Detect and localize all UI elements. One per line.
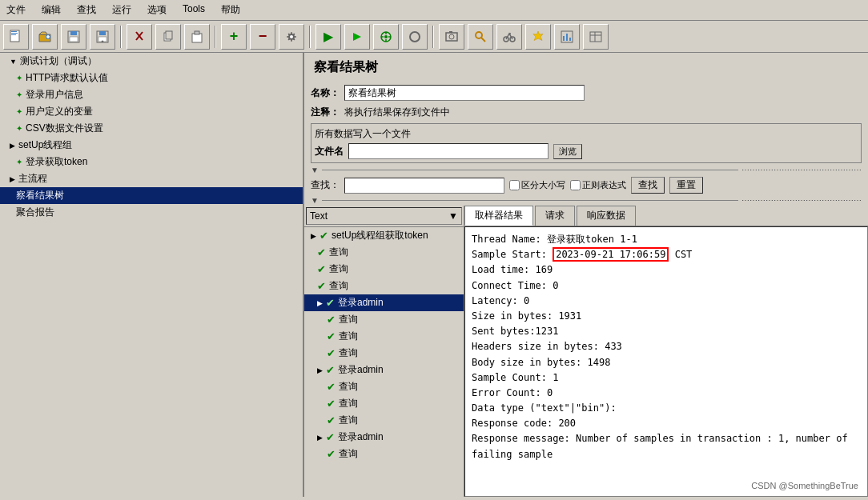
tree-item-user-vars[interactable]: ✦ 用户定义的变量 [0,103,303,120]
tree-item-setup[interactable]: ▶ setUp线程组 [0,137,303,154]
case-checkbox[interactable] [509,180,520,190]
menu-run[interactable]: 运行 [109,2,135,18]
load-time-row: Load time: 169 [472,262,861,278]
tree-item-login-info[interactable]: ✦ 登录用户信息 [0,86,303,103]
collapse-row: ▼ ⋯⋯⋯⋯⋯⋯⋯⋯⋯⋯⋯⋯⋯⋯⋯ [304,165,868,175]
tab-response-data[interactable]: 响应数据 [577,206,636,226]
svg-rect-16 [192,34,202,42]
menu-tools[interactable]: Tools [179,2,208,18]
tree-item-get-token[interactable]: ✦ 登录获取token [0,154,303,170]
sample-item-setup-token[interactable]: ▶ ✔ setUp线程组获取token [304,227,464,244]
bottom-area: Text ▼ ▶ ✔ setUp线程组获取token ✔ 查询 ✔ 查询 [304,206,868,497]
toolbar-paste[interactable] [184,24,210,50]
toolbar-open[interactable] [32,24,58,50]
svg-rect-0 [10,30,19,42]
response-msg-row: Response message: Number of samples in t… [472,431,861,462]
tree-item-result-tree[interactable]: 察看结果树 [0,187,303,204]
toolbar-light[interactable] [525,24,551,50]
tree-item-csv[interactable]: ✦ CSV数据文件设置 [0,120,303,137]
check-icon: ✦ [16,158,22,166]
menu-options[interactable]: 选项 [144,2,170,18]
collapse-arrow2[interactable]: ▼ [311,196,319,205]
tree-item-mainflow[interactable]: ▶ 主流程 [0,170,303,187]
toolbar-config[interactable] [279,24,304,50]
toolbar-save[interactable] [61,24,86,50]
tree-item-aggregate[interactable]: 聚合报告 [0,204,303,221]
toolbar-circle[interactable] [402,24,428,50]
sample-item-query5[interactable]: ✔ 查询 [304,328,464,345]
toolbar-cut[interactable] [127,24,152,50]
expand-icon: ▶ [10,142,15,150]
tree-item-http[interactable]: ✦ HTTP请求默认认值 [0,70,303,86]
menu-help[interactable]: 帮助 [218,2,243,18]
thread-name-row: Thread Name: 登录获取token 1-1 [472,232,861,247]
sample-item-query9[interactable]: ✔ 查询 [304,412,464,429]
browse-button[interactable]: 浏览 [553,144,582,159]
sample-item-login2[interactable]: ▶ ✔ 登录admin [304,362,464,378]
text-dropdown[interactable]: Text ▼ [306,207,462,225]
svg-rect-38 [566,34,568,41]
expand-icon: ▶ [311,232,316,240]
sample-item-query10[interactable]: ✔ 查询 [304,446,464,462]
find-button[interactable]: 查找 [631,177,665,194]
tab-request[interactable]: 请求 [535,206,575,226]
menu-edit[interactable]: 编辑 [38,2,64,18]
latency-label: Latency: [472,295,524,306]
sample-item-query1[interactable]: ✔ 查询 [304,244,464,261]
tab-sampler-result[interactable]: 取样器结果 [464,206,533,226]
regex-checkbox[interactable] [570,180,581,190]
menu-file[interactable]: 文件 [3,2,29,18]
sample-label: 查询 [339,447,358,461]
response-code-row: Response code: 200 [472,416,861,431]
sample-start-value: 2023-09-21 17:06:59 [553,247,669,262]
toolbar-remove[interactable]: − [250,24,275,50]
toolbar-new[interactable] [3,24,29,50]
sample-item-query4[interactable]: ✔ 查询 [304,311,464,328]
response-code-value: 200 [558,418,576,429]
toolbar: + + − ▶ [0,21,868,53]
check-icon: ✦ [16,124,22,133]
menu-find[interactable]: 查找 [74,2,99,18]
sample-item-login3[interactable]: ▶ ✔ 登录admin [304,429,464,446]
collapse-arrow[interactable]: ▼ [311,166,319,174]
check-icon: ✦ [16,90,22,99]
green-check-icon: ✔ [327,347,336,359]
sample-item-query3[interactable]: ✔ 查询 [304,278,464,294]
search-label: 查找： [311,178,340,192]
headers-size-label: Headers size in bytes: [472,341,605,352]
toolbar-sep2 [215,26,216,48]
sample-item-query8[interactable]: ✔ 查询 [304,395,464,412]
sample-item-query7[interactable]: ✔ 查询 [304,378,464,395]
toolbar-target[interactable] [373,24,399,50]
case-checkbox-label[interactable]: 区分大小写 [509,179,565,191]
menubar: 文件 编辑 查找 运行 选项 Tools 帮助 [0,0,868,21]
toolbar-add[interactable]: + [221,24,247,50]
tab-label: 取样器结果 [475,210,523,221]
name-input[interactable] [344,85,585,101]
latency-row: Latency: 0 [472,294,861,309]
toolbar-copy[interactable] [155,24,181,50]
toolbar-key[interactable] [468,24,493,50]
data-type-row: Data type ("text"|"bin"): [472,401,861,416]
sample-item-query6[interactable]: ✔ 查询 [304,345,464,362]
toolbar-saveas[interactable]: + [90,24,115,50]
sample-item-query2[interactable]: ✔ 查询 [304,261,464,278]
toolbar-extra[interactable] [583,24,609,50]
tree-item-testplan[interactable]: ▼ 测试计划（调试） [0,53,303,70]
body-size-row: Body size in bytes: 1498 [472,355,861,370]
tree-item-label: 聚合报告 [16,206,54,219]
toolbar-run[interactable]: ▶ [315,24,341,50]
sample-label: 查询 [339,346,358,360]
reset-button[interactable]: 重置 [669,177,703,194]
search-input[interactable] [344,178,504,194]
toolbar-stop[interactable] [344,24,370,50]
svg-rect-17 [195,31,199,34]
sample-item-login1[interactable]: ▶ ✔ 登录admin [304,294,464,311]
toolbar-screenshot[interactable] [439,24,464,50]
toolbar-bike[interactable] [496,24,522,50]
toolbar-chart[interactable] [554,24,580,50]
regex-checkbox-label[interactable]: 正则表达式 [570,179,626,191]
panel-title: 察看结果树 [304,53,868,82]
sample-label: setUp线程组获取token [332,229,428,242]
file-input[interactable] [348,143,549,159]
